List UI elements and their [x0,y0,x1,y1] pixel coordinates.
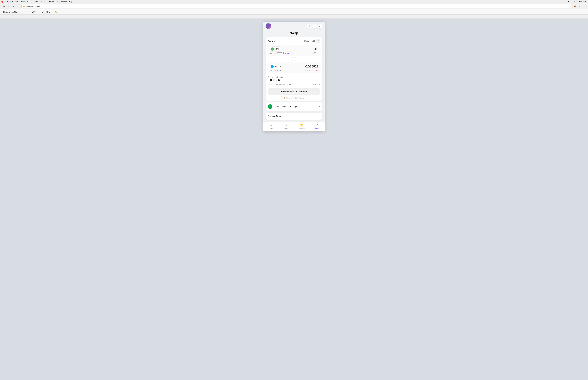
swap-label-button[interactable]: Swap ▾ [268,40,275,42]
menu-spaces[interactable]: Spaces [27,0,33,2]
from-balance-row: Balance: 7.8806 xDAI MAX = $9.96 [269,52,319,54]
powered-by-text: Powered by CoW Protocol [286,97,304,99]
sidebar-toggle-btn[interactable]: ⊞ [2,4,6,8]
menu-window[interactable]: Window [60,0,67,2]
recent-swaps-card: Recent Swaps [266,113,322,120]
menu-app-name[interactable]: Arc [5,0,8,2]
bookmark-2[interactable] [4,16,6,17]
rate-value-text: = $< 0.01 [311,83,319,85]
to-token-section: G GNO ▾ 0.038827 Balance: 0 GNO = $10.04 [267,62,321,73]
browser-right-icons: 🦊 ⊡ ⋯ [572,4,586,8]
gno-icon: G [270,65,274,68]
from-amount-input[interactable] [301,47,319,51]
to-token-chevron-icon: ▾ [280,65,281,67]
receive-amount: 0.038826 [268,78,280,82]
reader-view-btn[interactable]: 🦊 [572,4,577,8]
bookmark-3[interactable] [7,16,9,17]
bottom-nav: ⌂ Home ↗ Invest 💳 Payments ↺ Swap [263,122,325,131]
menu-archive[interactable]: Archive [41,0,47,2]
menu-edit[interactable]: Edit [16,0,19,2]
rate-row: 1 xDAI = 0.003883 GNO (= $1) = $< 0.01 ▾ [266,82,322,87]
moon-button[interactable]: 🌙 [306,24,311,28]
page-content: Swap Swap ▾ My orders 🗒 ⊞ [263,30,325,131]
menu-time: 08:44 [578,0,582,2]
card-header-right: My orders 🗒 ⊞ [304,39,320,43]
bookmark-6[interactable] [16,16,18,17]
nav-item-home[interactable]: ⌂ Home [263,123,279,130]
to-token-label: GNO [275,65,279,68]
receipt-icon: 🗒 [313,40,315,42]
wallet-header-button[interactable]: ▭ [318,24,322,28]
receive-label-text: Receive (incl. costs) [268,76,283,78]
payments-icon: 💳 [300,124,303,127]
more-btn[interactable]: ⋯ [582,4,586,8]
width-value: 430 [22,11,24,13]
to-token-select[interactable]: G GNO ▾ [269,64,283,69]
bookmark-4[interactable] [10,16,12,17]
nav-home-label: Home [269,127,273,129]
swap-nav-icon: ↺ [316,124,318,127]
lock-icon: 🔒 [23,5,25,7]
from-token-label: xDAI [275,48,279,50]
browser-toolbar: ⊞ ‹ › ↻ 🔒 gnoasis.vercel.app 🦊 ⊡ ⋯ [0,3,588,9]
info-icon[interactable]: ℹ [284,76,285,78]
from-usd-value: = $9.96 [313,52,319,54]
throttle-select[interactable]: No throttling [40,11,52,13]
menu-help[interactable]: Help [69,0,73,2]
my-orders-button[interactable]: My orders 🗒 [304,40,315,42]
zoom-select[interactable]: 100% [31,11,38,13]
menu-tabs[interactable]: Tabs [35,0,38,2]
from-token-section: ✕ xDAI ▾ Balance: 7.8806 xDAI MAX = $9.9… [267,45,321,56]
bridge-left: 🌿 Gnosis Chain token bridge [268,104,297,109]
max-button[interactable]: MAX [287,52,290,54]
page-title: Swap [266,30,322,37]
to-balance-text: Balance: 0 GNO [269,70,282,72]
forward-button[interactable]: › [11,4,16,8]
browser-chrome: ⊞ ‹ › ↻ 🔒 gnoasis.vercel.app 🦊 ⊡ ⋯ iPhon… [0,3,588,19]
powered-by: 🐮 Powered by CoW Protocol [266,96,322,101]
bridge-card[interactable]: 🌿 Gnosis Chain token bridge ↗ [266,102,322,111]
recent-swaps-title: Recent Swaps [268,115,283,117]
rotate-btn[interactable]: 📐 [54,10,58,14]
phone-header: 🌙 ↻ ▭ [263,21,325,30]
nav-item-swap[interactable]: ↺ Swap [309,123,325,130]
bookmark-5[interactable] [13,16,15,17]
bookmark-bar [0,15,588,19]
bookmark-1[interactable] [1,16,3,17]
bookmark-7[interactable] [18,16,20,17]
height-value: 932 [27,11,29,13]
swap-card: Swap ▾ My orders 🗒 ⊞ ✕ [266,37,322,101]
svg-text:🌿: 🌿 [269,106,271,108]
to-usd-value: = $10.04 (0.77%) [305,70,319,72]
reload-button[interactable]: ↻ [16,4,20,8]
avatar[interactable] [266,23,271,29]
to-amount-display: 0.038827 [301,64,319,69]
menu-file[interactable]: File [10,0,13,2]
to-token-row: G GNO ▾ 0.038827 [269,64,319,69]
rate-chevron-icon: ▾ [319,83,320,85]
swap-action-button[interactable]: Insufficient xDAI balance [268,88,320,95]
address-bar[interactable]: 🔒 gnoasis.vercel.app [21,4,571,8]
nav-item-payments[interactable]: 💳 Payments [294,123,309,130]
from-token-select[interactable]: ✕ xDAI ▾ [269,46,282,52]
nav-item-invest[interactable]: ↗ Invest [279,123,294,130]
bookmark-btn[interactable]: ⊡ [577,4,581,8]
settings-button[interactable]: ⊞ [316,39,320,43]
swap-direction-button[interactable]: ↓ [292,57,296,61]
menu-items: Arc File Edit View Spaces Tabs Archive E… [5,0,73,2]
url-text: gnoasis.vercel.app [26,5,40,7]
menu-view[interactable]: View [20,0,25,2]
device-select[interactable]: iPhone 14 Pro Max [2,11,20,13]
swap-label-text: Swap [268,40,273,42]
bridge-icon: 🌿 [268,104,272,109]
receive-label: Receive (incl. costs) ℹ [268,76,320,78]
swap-arrow-container: ↓ [266,56,322,62]
apple-logo[interactable]: 🍎 [1,0,3,3]
from-token-row: ✕ xDAI ▾ [269,46,319,52]
back-button[interactable]: ‹ [7,4,11,8]
dimensions-display: 430 × 932 [22,11,29,13]
receive-section: Receive (incl. costs) ℹ 0.038826 [266,75,322,82]
refresh-header-button[interactable]: ↻ [312,24,317,28]
menu-extensions[interactable]: Extensions [49,0,58,2]
rate-value: = $< 0.01 ▾ [311,83,320,85]
